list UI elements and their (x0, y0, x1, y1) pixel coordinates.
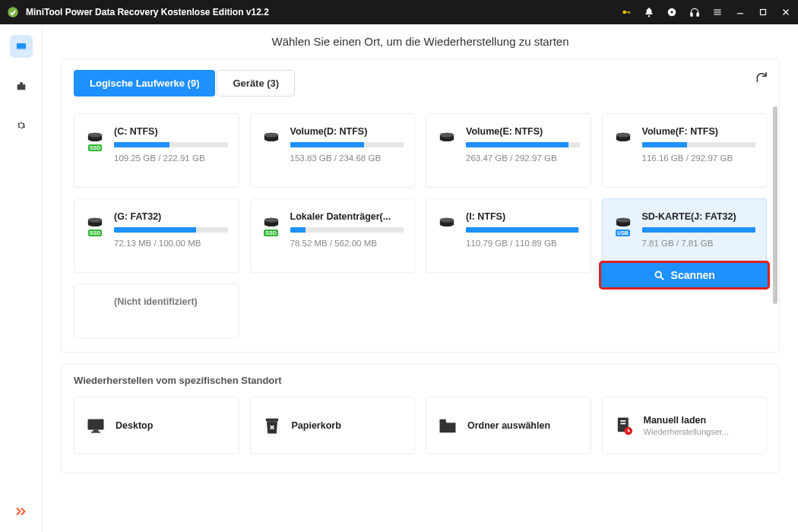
location-grid: DesktopPapierkorbOrdner auswählenManuell… (74, 397, 767, 454)
svg-rect-17 (17, 49, 26, 49)
svg-point-36 (655, 271, 661, 277)
drive-size: 263.47 GB / 292.97 GB (466, 154, 580, 163)
svg-point-0 (8, 7, 18, 17)
drive-usage-bar (466, 142, 580, 147)
drives-panel: Logische Laufwerke (9) Geräte (3) SSD(C:… (61, 59, 780, 353)
svg-point-1 (622, 11, 626, 14)
svg-rect-18 (17, 84, 25, 90)
drive-size: 78.52 MB / 562.00 MB (290, 239, 404, 248)
drive-usage-bar (466, 227, 580, 233)
sidebar-item-toolbox[interactable] (10, 74, 33, 97)
drive-icon: USB (613, 217, 633, 261)
svg-rect-39 (93, 430, 99, 432)
drive-name: Lokaler Datenträger(... (290, 211, 404, 222)
svg-rect-44 (620, 420, 625, 422)
svg-point-23 (264, 133, 277, 138)
drive-size: 153.83 GB / 234.68 GB (290, 154, 404, 163)
maximize-icon[interactable] (757, 6, 769, 18)
main-content: Wählen Sie einen Ort, um die Wiederherst… (43, 24, 798, 532)
app-logo-icon (6, 5, 20, 19)
location-card[interactable]: Manuell ladenWiederherstellungser... (602, 397, 768, 454)
page-heading: Wählen Sie einen Ort, um die Wiederherst… (61, 35, 780, 48)
svg-rect-40 (91, 432, 100, 433)
svg-rect-8 (697, 13, 698, 16)
window-title: MiniTool Power Data Recovery Kostenlose … (26, 7, 620, 17)
location-card[interactable]: Papierkorb (250, 397, 416, 454)
drive-usage-bar (114, 142, 228, 147)
drive-icon (261, 132, 281, 176)
drive-name: SD-KARTE(J: FAT32) (642, 211, 756, 222)
drive-name: (G: FAT32) (114, 211, 228, 222)
drive-name: Volume(E: NTFS) (466, 126, 580, 137)
drive-size: 72.13 MB / 100.00 MB (114, 239, 228, 248)
sidebar (0, 24, 43, 532)
sidebar-item-settings[interactable] (10, 114, 33, 137)
svg-point-31 (264, 218, 277, 223)
drive-name: Volume(F: NTFS) (642, 126, 756, 137)
drive-name: Volume(D: NTFS) (290, 126, 404, 137)
location-name: Papierkorb (292, 420, 404, 431)
drive-size: 109.25 GB / 222.91 GB (114, 154, 228, 163)
tab-devices[interactable]: Geräte (3) (217, 70, 295, 97)
location-name: Desktop (116, 420, 228, 431)
drive-card[interactable]: (I: NTFS)110.79 GB / 110.89 GB (426, 198, 591, 273)
drive-icon: SSD (85, 217, 105, 261)
drive-card[interactable]: Volume(F: NTFS)116.16 GB / 292.97 GB (602, 113, 768, 188)
drive-card[interactable]: Volume(E: NTFS)263.47 GB / 292.97 GB (426, 113, 591, 188)
key-icon[interactable] (620, 6, 632, 18)
svg-rect-38 (88, 420, 104, 430)
drive-icon: SSD (85, 132, 105, 176)
drive-card[interactable]: SSD(G: FAT32)72.13 MB / 100.00 MB (74, 198, 239, 273)
location-card[interactable]: Desktop (74, 397, 239, 454)
svg-rect-19 (20, 82, 23, 84)
location-subtitle: Wiederherstellungser... (644, 427, 756, 436)
svg-rect-42 (440, 420, 446, 422)
drive-card[interactable]: Volume(D: NTFS)153.83 GB / 234.68 GB (250, 113, 416, 188)
drive-size: 110.79 GB / 110.89 GB (466, 239, 580, 248)
specific-location-title: Wiederherstellen vom spezifischen Stando… (74, 375, 767, 386)
location-icon (261, 416, 283, 435)
location-name: Ordner auswählen (467, 420, 580, 431)
drive-icon (613, 132, 633, 176)
svg-rect-12 (737, 13, 743, 14)
drive-usage-bar (642, 227, 756, 233)
svg-point-33 (440, 218, 454, 223)
svg-point-25 (440, 133, 454, 138)
bell-icon[interactable] (643, 6, 655, 18)
drive-card[interactable]: SSD(C: NTFS)109.25 GB / 222.91 GB (74, 113, 239, 188)
svg-rect-3 (629, 11, 630, 14)
drive-name: (C: NTFS) (114, 126, 228, 137)
drive-size: 116.16 GB / 292.97 GB (642, 154, 756, 163)
menu-icon[interactable] (711, 6, 724, 18)
drive-usage-bar (290, 142, 404, 147)
drive-grid: SSD(C: NTFS)109.25 GB / 222.91 GBVolume(… (74, 113, 767, 338)
svg-line-37 (660, 277, 663, 280)
drive-card-unidentified[interactable]: (Nicht identifiziert) (74, 283, 239, 338)
location-icon (85, 416, 106, 435)
location-icon (613, 416, 635, 435)
drive-usage-bar (642, 142, 756, 147)
svg-point-4 (648, 15, 650, 17)
drive-size: 7.81 GB / 7.81 GB (642, 239, 756, 248)
headphones-icon[interactable] (689, 6, 701, 18)
panel-scrollbar[interactable] (773, 106, 777, 340)
location-card[interactable]: Ordner auswählen (426, 397, 591, 454)
tab-logical-drives[interactable]: Logische Laufwerke (9) (74, 70, 215, 97)
drive-card[interactable]: SSDLokaler Datenträger(...78.52 MB / 562… (250, 198, 416, 273)
refresh-icon[interactable] (755, 70, 768, 87)
drive-icon (437, 217, 457, 261)
drive-icon (437, 132, 457, 176)
location-name: Manuell laden (644, 415, 756, 426)
svg-point-6 (671, 11, 673, 14)
drive-usage-bar (290, 227, 404, 233)
scan-button[interactable]: Scannen (599, 261, 771, 290)
svg-point-21 (88, 133, 102, 138)
sidebar-expand-icon[interactable] (14, 506, 28, 520)
specific-location-panel: Wiederherstellen vom spezifischen Stando… (61, 363, 780, 473)
svg-point-27 (616, 133, 629, 138)
svg-rect-9 (714, 10, 720, 11)
sidebar-item-recovery[interactable] (10, 35, 33, 58)
disc-icon[interactable] (666, 6, 678, 18)
minimize-icon[interactable] (734, 6, 746, 18)
close-icon[interactable] (780, 6, 792, 18)
